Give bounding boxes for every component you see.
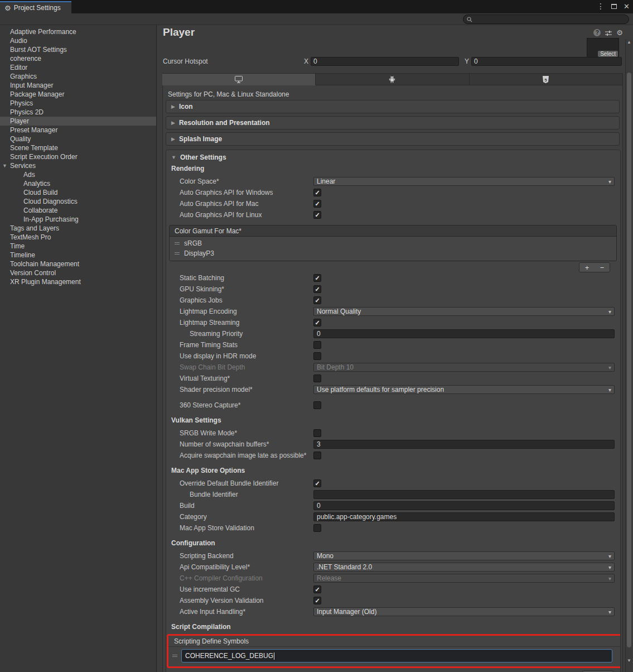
sidebar-item[interactable]: ▼ Physics [0, 99, 156, 108]
gear-icon[interactable]: ⚙ [616, 29, 623, 36]
sidebar-item[interactable]: ▼ Cloud Diagnostics [0, 197, 156, 206]
sidebar-item[interactable]: ▼ Script Execution Order [0, 152, 156, 161]
drag-handle-icon[interactable] [175, 242, 180, 244]
scroll-up-icon[interactable]: ▲ [626, 39, 632, 46]
add-icon[interactable]: + [585, 264, 589, 271]
section-foldout[interactable]: ▶ Icon [166, 100, 620, 113]
sidebar-item[interactable]: ▼ Services [0, 161, 156, 170]
define-symbol-value: COHERENCE_LOG_DEBUG [185, 652, 273, 660]
dropdown[interactable]: Use platform defaults for sampler precis… [313, 385, 615, 394]
checkbox[interactable]: ✓ [313, 200, 321, 208]
gamut-list-item[interactable]: DisplayP3 [170, 248, 616, 258]
text-field[interactable]: public.app-category.games [313, 512, 615, 521]
platform-tab[interactable]: 5 [316, 73, 469, 85]
sidebar-item[interactable]: ▼ Tags and Layers [0, 224, 156, 233]
dropdown[interactable]: Release ▾ [313, 574, 615, 583]
checkbox[interactable]: ✓ [313, 597, 321, 604]
foldout-expanded-icon[interactable]: ▼ [2, 163, 7, 169]
gamut-list-item[interactable]: sRGB [170, 238, 616, 248]
text-field[interactable] [313, 490, 615, 499]
sidebar-item[interactable]: ▼ TextMesh Pro [0, 233, 156, 242]
window-menu-icon[interactable]: ⋮ [597, 2, 605, 11]
scrollbar-thumb[interactable] [627, 73, 631, 647]
sidebar-item[interactable]: ▼ In-App Purchasing [0, 215, 156, 224]
platform-tab[interactable]: 5 [470, 73, 623, 85]
dropdown[interactable]: Linear ▾ [313, 177, 615, 186]
checkbox[interactable]: ✓ [313, 319, 321, 327]
section-foldout[interactable]: ▶ Splash Image [166, 132, 620, 146]
dropdown[interactable]: Bit Depth 10 ▾ [313, 363, 615, 372]
help-icon[interactable]: ? [593, 29, 601, 36]
settings-row: Active Input Handling* ✓ Input Manager (… [171, 606, 615, 617]
checkbox[interactable]: ✓ [313, 211, 321, 219]
sidebar-item[interactable]: ▼ Time [0, 242, 156, 251]
sidebar-item[interactable]: ▼ Editor [0, 63, 156, 72]
checkbox[interactable]: ✓ [313, 585, 321, 593]
vertical-scrollbar[interactable]: ▲ ▼ [625, 39, 632, 672]
other-settings-foldout[interactable]: ▼ Other Settings [166, 150, 620, 164]
sidebar-item[interactable]: ▼ Input Manager [0, 81, 156, 90]
drag-handle-icon[interactable] [172, 655, 177, 657]
text-field[interactable]: 0 [313, 501, 615, 510]
sidebar-item[interactable]: ▼ Scene Template [0, 143, 156, 152]
dropdown[interactable]: Normal Quality ▾ [313, 307, 615, 316]
checkbox[interactable]: ✓ [313, 296, 321, 304]
sidebar-item[interactable]: ▼ Timeline [0, 251, 156, 260]
sidebar-item[interactable]: ▼ Adaptive Performance [0, 27, 156, 36]
dropdown[interactable]: Mono ▾ [313, 551, 615, 560]
checkbox[interactable]: ✓ [313, 285, 321, 293]
sidebar-item[interactable]: ▼ Cloud Build [0, 188, 156, 197]
sidebar-item[interactable]: ▼ Audio [0, 36, 156, 45]
platform-tab[interactable]: 5 [162, 73, 316, 85]
cursor-hotspot-y-field[interactable]: 0 [471, 57, 622, 66]
checkbox[interactable]: ✓ [313, 524, 321, 532]
scripting-define-symbols-header: Scripting Define Symbols [168, 636, 620, 647]
checkbox[interactable]: ✓ [313, 274, 321, 282]
define-symbol-input[interactable]: COHERENCE_LOG_DEBUG [181, 649, 612, 663]
cursor-hotspot-x-field[interactable]: 0 [311, 57, 459, 66]
sidebar-item[interactable]: ▼ Quality [0, 135, 156, 143]
dropdown-value: Mono [317, 552, 608, 560]
settings-row: Assembly Version Validation ✓ ▾ [171, 595, 615, 606]
checkmark-icon: ✓ [315, 481, 320, 487]
project-settings-tab[interactable]: ⚙ Project Settings [0, 1, 71, 13]
sidebar-item[interactable]: ▼ Collaborate [0, 206, 156, 215]
text-field[interactable]: 3 [313, 440, 615, 449]
search-input[interactable] [463, 15, 629, 24]
default-cursor-preview[interactable]: Select [587, 38, 619, 58]
text-field[interactable]: 0 [313, 329, 615, 338]
sidebar-item[interactable]: ▼ Burst AOT Settings [0, 45, 156, 54]
window-maximize-icon[interactable] [611, 4, 617, 9]
sidebar-item[interactable]: ▼ Player [0, 117, 156, 126]
scroll-down-icon[interactable]: ▼ [626, 657, 632, 664]
sidebar-item[interactable]: ▼ Package Manager [0, 90, 156, 99]
checkbox[interactable]: ✓ [313, 479, 321, 487]
dropdown[interactable]: .NET Standard 2.0 ▾ [313, 563, 615, 572]
checkbox[interactable]: ✓ [313, 429, 321, 437]
sidebar-item[interactable]: ▼ Ads [0, 170, 156, 179]
sidebar-item[interactable]: ▼ Analytics [0, 179, 156, 188]
sidebar-item[interactable]: ▼ Version Control [0, 268, 156, 277]
sidebar-item[interactable]: ▼ Toolchain Management [0, 260, 156, 268]
setting-label: Active Input Handling* [180, 608, 313, 616]
presets-icon[interactable] [605, 30, 612, 36]
sidebar-item[interactable]: ▼ Graphics [0, 72, 156, 81]
drag-handle-icon[interactable] [175, 252, 180, 255]
window-close-icon[interactable]: ✕ [624, 2, 630, 11]
sidebar-item-label: Tags and Layers [10, 224, 59, 232]
sidebar-item[interactable]: ▼ XR Plugin Management [0, 277, 156, 286]
checkbox[interactable]: ✓ [313, 452, 321, 459]
remove-icon[interactable]: − [600, 264, 605, 271]
sidebar-item[interactable]: ▼ Physics 2D [0, 108, 156, 117]
page-title: Player [163, 26, 195, 39]
checkbox[interactable]: ✓ [313, 189, 321, 196]
checkbox[interactable]: ✓ [313, 352, 321, 360]
checkbox[interactable]: ✓ [313, 341, 321, 349]
section-foldout[interactable]: ▶ Resolution and Presentation [166, 116, 620, 129]
checkbox[interactable]: ✓ [313, 401, 321, 409]
select-button[interactable]: Select [598, 51, 618, 57]
dropdown[interactable]: Input Manager (Old) ▾ [313, 607, 615, 616]
checkbox[interactable]: ✓ [313, 375, 321, 382]
sidebar-item[interactable]: ▼ coherence [0, 54, 156, 63]
sidebar-item[interactable]: ▼ Preset Manager [0, 126, 156, 135]
